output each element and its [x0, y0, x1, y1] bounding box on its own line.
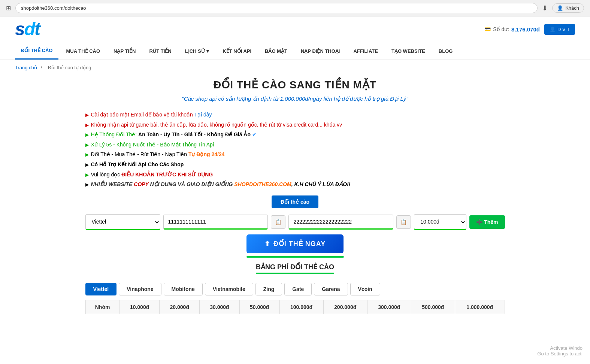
- download-icon[interactable]: ⬇: [542, 4, 548, 12]
- user-btn-label: D V T: [557, 27, 570, 32]
- nav-item-nap-tien[interactable]: NẠP TIỀN: [108, 43, 142, 59]
- submit-label: ĐỔI THẺ NGAY: [273, 240, 326, 248]
- nav-item-rut-tien[interactable]: RÚT TIỀN: [143, 43, 177, 59]
- pin-input[interactable]: [288, 215, 393, 230]
- user-button[interactable]: 👤 D V T: [544, 24, 575, 35]
- form-row: Viettel Vinaphone Mobifone Vietnamobile …: [85, 214, 505, 230]
- nav-item-affiliate[interactable]: AFFILIATE: [347, 43, 384, 59]
- breadcrumb-current: Đổi thẻ cào tự động: [48, 65, 91, 70]
- profile-btn[interactable]: 👤 Khách: [552, 3, 584, 13]
- nav-item-blog[interactable]: BLOG: [433, 43, 459, 59]
- profile-icon: 👤: [557, 5, 563, 11]
- balance-label: Số dư:: [493, 26, 509, 32]
- network-tab-vietnamobile[interactable]: Vietnamobile: [205, 283, 253, 295]
- page-title: ĐỔI THẺ CÀO SANG TIỀN MẶT: [85, 79, 505, 91]
- network-tab-mobifone[interactable]: Mobifone: [164, 283, 203, 295]
- fee-title-wrapper: BẢNG PHÍ ĐỔI THẺ CÀO: [85, 263, 505, 278]
- table-header-300k: 300.000đ: [367, 300, 411, 314]
- table-header-20k: 20.000đ: [160, 300, 200, 314]
- page-subtitle: "Các shop api có sản lượng ổn định từ 1.…: [85, 95, 505, 102]
- add-card-button[interactable]: ➕ Thêm: [469, 215, 505, 229]
- info-line-6: ▶ Có Hỗ Trợ Kết Nối Api Cho Các Shop: [85, 160, 505, 170]
- submit-row: ⬆ ĐỔI THẺ NGAY: [85, 234, 505, 253]
- network-tab-zing[interactable]: Zing: [255, 283, 282, 295]
- nav-item-tao-website[interactable]: TẠO WEBSITE: [385, 43, 431, 59]
- arrow-icon-2: ▶: [85, 121, 89, 130]
- network-tab-vcoin[interactable]: Vcoin: [350, 283, 380, 295]
- breadcrumb: Trang chủ / Đổi thẻ cào tự động: [0, 60, 590, 75]
- nav-item-ket-noi-api[interactable]: KẾT NỐI API: [217, 43, 257, 59]
- browser-bar: ⊞ shopdoithe360.com/doithecao ⬇ 👤 Khách: [0, 0, 590, 16]
- arrow-icon-8: ▶: [85, 181, 89, 189]
- breadcrumb-separator: /: [40, 65, 42, 70]
- logo[interactable]: sdt: [15, 20, 40, 38]
- info-line-1: ▶ Cài đặt bảo mật Email để bảo vệ tài kh…: [85, 110, 505, 120]
- serial-input[interactable]: [163, 215, 268, 230]
- info-line-8: ▶ NHIỀU WEBSITE COPY NỘI DUNG VÀ GIAO DI…: [85, 179, 505, 189]
- info-line-7: ▶ Vui lòng đọc ĐIỀU KHOẢN TRƯỚC KHI SỬ D…: [85, 170, 505, 180]
- table-header-50k: 50.000đ: [239, 300, 279, 314]
- info-section: ▶ Cài đặt bảo mật Email để bảo vệ tài kh…: [85, 110, 505, 189]
- arrow-icon-5: ▶: [85, 151, 89, 159]
- arrow-icon-7: ▶: [85, 171, 89, 179]
- nav-item-lich-su[interactable]: LỊCH SỬ ▾: [179, 43, 215, 59]
- network-tab-viettel[interactable]: Viettel: [85, 283, 117, 295]
- main-content: ĐỔI THẺ CÀO SANG TIỀN MẶT "Các shop api …: [70, 75, 520, 325]
- plus-icon: ➕: [476, 219, 482, 225]
- copy-serial-button[interactable]: 📋: [271, 215, 285, 229]
- network-select[interactable]: Viettel Vinaphone Mobifone Vietnamobile: [85, 214, 160, 230]
- arrow-icon-3: ▶: [85, 131, 89, 139]
- arrow-icon-6: ▶: [85, 161, 89, 169]
- arrow-icon-4: ▶: [85, 141, 89, 149]
- site-header: sdt 💳 Số dư: 8.176.070đ 👤 D V T: [0, 16, 590, 42]
- toggle-button[interactable]: Đổi thẻ cào: [272, 195, 318, 208]
- add-btn-label: Thêm: [484, 219, 498, 225]
- terms-link[interactable]: ĐIỀU KHOẢN TRƯỚC KHI SỬ DỤNG: [121, 172, 213, 178]
- info-line-4: ▶ Xử Lý 5s - Không Nuốt Thẻ - Bảo Mật Th…: [85, 140, 505, 150]
- profile-label: Khách: [565, 5, 579, 11]
- table-header-100k: 100.000đ: [279, 300, 323, 314]
- amount-select[interactable]: 10,000đ 20,000đ 50,000đ 100,000đ 200,000…: [414, 214, 466, 230]
- fee-table: Nhóm 10.000đ 20.000đ 30.000đ 50.000đ 100…: [85, 300, 505, 314]
- table-header-30k: 30.000đ: [200, 300, 240, 314]
- network-tab-garena[interactable]: Garena: [314, 283, 348, 295]
- table-header-1m: 1.000.000đ: [455, 300, 505, 314]
- email-security-link[interactable]: Tại đây: [194, 112, 212, 118]
- nav-item-nap-dien-thoai[interactable]: NẠP ĐIỆN THOẠI: [295, 43, 346, 59]
- submit-underline: [85, 256, 505, 263]
- nav-item-mua-the-cao[interactable]: MUA THẺ CÀO: [60, 43, 106, 59]
- info-line-2: ▶ Không nhận api từ game bài, thẻ ăn cắp…: [85, 120, 505, 130]
- network-tab-gate[interactable]: Gate: [284, 283, 312, 295]
- user-icon: 👤: [550, 27, 556, 32]
- network-tabs: Viettel Vinaphone Mobifone Vietnamobile …: [85, 283, 505, 295]
- balance-box: 💳 Số dư: 8.176.070đ: [484, 26, 540, 33]
- info-line-3: ▶ Hệ Thống Đổi Thẻ: An Toàn - Uy Tín - G…: [85, 130, 505, 140]
- green-underline-bar: [246, 256, 344, 258]
- submit-icon: ⬆: [264, 240, 270, 248]
- table-header-10k: 10.000đ: [119, 300, 160, 314]
- fee-section-title: BẢNG PHÍ ĐỔI THẺ CÀO: [256, 263, 334, 274]
- logo-text: sdt: [15, 20, 40, 38]
- table-header-nhom: Nhóm: [85, 300, 119, 314]
- nav-item-bao-mat[interactable]: BẢO MẬT: [259, 43, 293, 59]
- url-bar[interactable]: shopdoithe360.com/doithecao: [15, 3, 538, 13]
- table-header-200k: 200.000đ: [323, 300, 367, 314]
- wallet-icon: 💳: [484, 26, 491, 32]
- table-header-500k: 500.000đ: [411, 300, 455, 314]
- card-toggle: Đổi thẻ cào: [85, 195, 505, 208]
- info-line-5: ▶ Đổi Thẻ - Mua Thẻ - Rút Tiền - Nạp Tiề…: [85, 149, 505, 160]
- header-right: 💳 Số dư: 8.176.070đ 👤 D V T: [484, 24, 575, 35]
- network-tab-vinaphone[interactable]: Vinaphone: [119, 283, 161, 295]
- submit-button[interactable]: ⬆ ĐỔI THẺ NGAY: [246, 234, 344, 253]
- tabs-icon: ⊞: [6, 4, 11, 12]
- copy-pin-button[interactable]: 📋: [396, 215, 411, 229]
- balance-amount: 8.176.070đ: [511, 26, 540, 33]
- main-nav: ĐỔI THẺ CÀO MUA THẺ CÀO NẠP TIỀN RÚT TIỀ…: [0, 42, 590, 60]
- arrow-icon-1: ▶: [85, 111, 89, 119]
- breadcrumb-home[interactable]: Trang chủ: [15, 65, 37, 70]
- nav-item-doi-the-cao[interactable]: ĐỔI THẺ CÀO: [15, 42, 58, 60]
